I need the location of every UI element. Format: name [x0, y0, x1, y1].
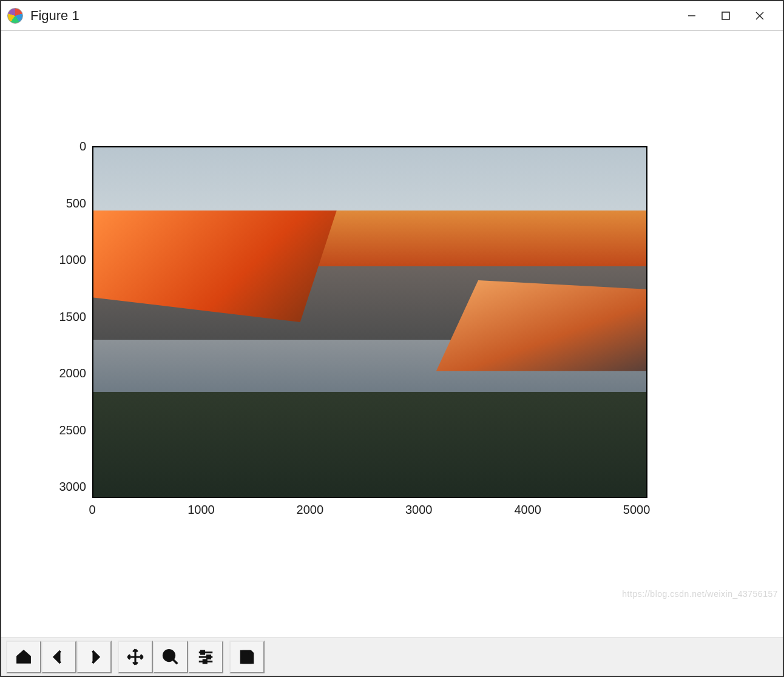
y-tick-label: 0: [79, 140, 86, 153]
axes-image: [93, 147, 646, 497]
y-tick-label: 3000: [59, 480, 87, 494]
matplotlib-icon: [7, 8, 23, 24]
window-title: Figure 1: [30, 8, 79, 24]
svg-rect-6: [208, 656, 211, 659]
x-tick-label: 5000: [623, 503, 651, 517]
titlebar[interactable]: Figure 1: [1, 1, 783, 31]
y-tick-label: 2000: [59, 366, 87, 380]
x-tick-label: 1000: [188, 503, 215, 517]
minimize-button[interactable]: [675, 1, 709, 30]
x-tick-label: 2000: [297, 503, 324, 517]
x-tick-label: 0: [89, 503, 95, 517]
save-button[interactable]: [229, 641, 265, 673]
y-tick-label: 1000: [59, 253, 87, 267]
svg-rect-9: [243, 659, 251, 664]
svg-rect-1: [722, 12, 729, 19]
close-button[interactable]: [743, 1, 777, 30]
arrow-left-icon: [50, 648, 68, 666]
svg-rect-7: [203, 660, 206, 663]
svg-rect-5: [201, 651, 204, 654]
minimize-icon: [687, 11, 697, 21]
sliders-icon: [197, 648, 215, 666]
x-tick-label: 3000: [405, 503, 433, 517]
svg-point-4: [164, 650, 175, 661]
figure-window: Figure 1 050010001500200025003000 010002…: [0, 0, 784, 677]
magnifier-icon: [161, 648, 180, 666]
maximize-button[interactable]: [709, 1, 743, 30]
back-button[interactable]: [41, 641, 76, 673]
save-icon: [238, 648, 256, 666]
close-icon: [755, 11, 765, 21]
pan-button[interactable]: [118, 641, 153, 673]
y-tick-label: 1500: [59, 309, 87, 323]
watermark: https://blog.csdn.net/weixin_43756157: [622, 589, 778, 599]
configure-subplots-button[interactable]: [188, 641, 223, 673]
y-tick-label: 500: [66, 196, 86, 210]
y-tick-label: 2500: [59, 423, 87, 437]
move-icon: [126, 648, 144, 666]
navigation-toolbar: [1, 638, 783, 676]
figure-canvas[interactable]: 050010001500200025003000 010002000300040…: [1, 31, 783, 638]
svg-rect-8: [243, 651, 249, 656]
arrow-right-icon: [85, 648, 103, 666]
zoom-button[interactable]: [153, 641, 188, 673]
home-button[interactable]: [6, 641, 41, 673]
maximize-icon: [721, 11, 731, 21]
axes[interactable]: [92, 146, 647, 498]
home-icon: [15, 648, 33, 666]
forward-button[interactable]: [76, 641, 112, 673]
x-tick-label: 4000: [514, 503, 541, 517]
